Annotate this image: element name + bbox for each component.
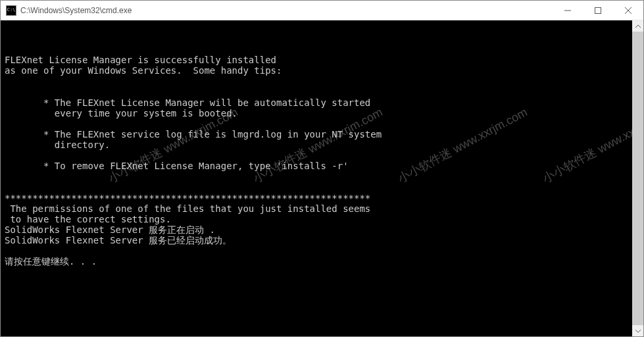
titlebar[interactable]: C:\ C:\Windows\System32\cmd.exe — [1, 1, 643, 20]
scrollbar-track[interactable] — [632, 32, 643, 325]
window-controls — [553, 1, 643, 20]
cmd-window: C:\ C:\Windows\System32\cmd.exe FLEXnet … — [0, 0, 644, 337]
chevron-up-icon — [635, 24, 641, 29]
close-icon — [625, 7, 632, 14]
maximize-button[interactable] — [583, 1, 613, 20]
close-button[interactable] — [613, 1, 643, 20]
scroll-up-button[interactable] — [632, 20, 643, 32]
scroll-down-button[interactable] — [632, 325, 643, 336]
svg-rect-1 — [595, 7, 601, 13]
minimize-icon — [564, 7, 571, 14]
minimize-button[interactable] — [553, 1, 583, 20]
window-title: C:\Windows\System32\cmd.exe — [20, 6, 553, 15]
maximize-icon — [595, 7, 601, 14]
vertical-scrollbar[interactable] — [632, 20, 643, 336]
console-area[interactable]: FLEXnet License Manager is successfully … — [1, 20, 643, 336]
scrollbar-thumb[interactable] — [632, 32, 643, 325]
console-output: FLEXnet License Manager is successfully … — [5, 44, 639, 267]
cmd-icon: C:\ — [6, 5, 16, 16]
chevron-down-icon — [635, 328, 641, 334]
